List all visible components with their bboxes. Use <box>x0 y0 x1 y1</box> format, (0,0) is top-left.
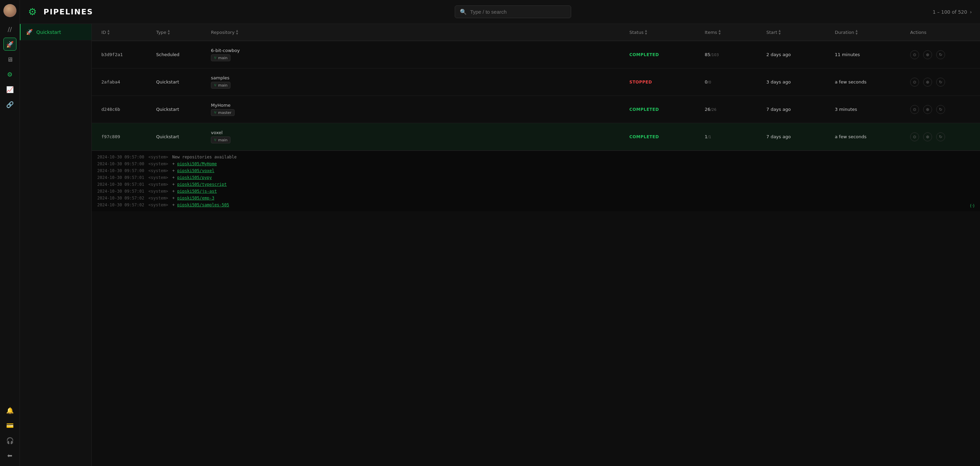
cell-status-0: COMPLETED <box>625 46 701 63</box>
log-time: 2024-10-30 09:57:00 <box>97 155 144 159</box>
th-repository[interactable]: Repository ▲ ▼ <box>207 24 625 41</box>
items-done-0: 85 <box>705 52 711 57</box>
stop-button-2[interactable]: ⊙ <box>910 105 919 114</box>
nav-icon-settings[interactable]: ⚙ <box>3 68 16 81</box>
sort-arrows-items: ▲ ▼ <box>718 29 721 35</box>
search-icon: 🔍 <box>460 9 467 15</box>
th-start[interactable]: Start ▲ ▼ <box>762 24 831 41</box>
log-link[interactable]: pipski505/emp-3 <box>177 196 214 200</box>
nav-icon-billing[interactable]: 💳 <box>3 419 16 432</box>
view-button-1[interactable]: ⊕ <box>923 78 932 87</box>
cell-items-0: 85/103 <box>701 46 762 63</box>
nav-icon-analytics[interactable]: 📈 <box>3 83 16 96</box>
nav-icon-integrations[interactable]: 🔗 <box>3 98 16 111</box>
table-row: d248c6b Quickstart MyHome ⑂ master COMPL… <box>92 96 980 123</box>
th-duration[interactable]: Duration ▲ ▼ <box>831 24 906 41</box>
view-button-2[interactable]: ⊕ <box>923 105 932 114</box>
log-time: 2024-10-30 09:57:00 <box>97 168 144 173</box>
hash-icon: // <box>8 26 12 33</box>
log-link[interactable]: pipski505/MyHome <box>177 162 217 166</box>
avatar[interactable] <box>3 4 16 17</box>
pagination-next[interactable]: › <box>970 9 972 15</box>
log-link[interactable]: pipski505/voxel <box>177 168 214 173</box>
log-message: + pipski505/js-ast <box>172 189 217 193</box>
top-header: ⚙ PIPELINES 🔍 1 – 100 of 520 › <box>20 0 980 24</box>
log-row: 2024-10-30 09:57:00<system>+ pipski505/M… <box>97 160 975 167</box>
stop-button-3[interactable]: ⊙ <box>910 132 919 141</box>
cell-id-3: f97c809 <box>97 128 152 145</box>
th-status-label: Status <box>629 30 643 35</box>
th-type[interactable]: Type ▲ ▼ <box>152 24 207 41</box>
cell-start-2: 7 days ago <box>762 101 831 117</box>
log-message: + pipski505/pypy <box>172 175 212 180</box>
nav-icon-hash[interactable]: // <box>3 22 16 36</box>
th-status[interactable]: Status ▲ ▼ <box>625 24 701 41</box>
cell-repo-1: samples ⑂ main <box>207 70 625 94</box>
left-panel-item-quickstart[interactable]: 🚀 Quickstart <box>20 24 91 40</box>
view-button-3[interactable]: ⊕ <box>923 132 932 141</box>
branch-icon-1: ⑂ <box>214 83 216 87</box>
log-time: 2024-10-30 09:57:01 <box>97 189 144 193</box>
table-row: b3d9f2a1 Scheduled 6-bit-cowboy ⑂ main C… <box>92 41 980 68</box>
quickstart-icon: 🚀 <box>26 29 33 35</box>
branch-icon-0: ⑂ <box>214 55 216 60</box>
log-time: 2024-10-30 09:57:01 <box>97 182 144 187</box>
retry-button-3[interactable]: ↻ <box>936 132 945 141</box>
cell-start-0: 2 days ago <box>762 46 831 63</box>
sort-arrows-start: ▲ ▼ <box>779 29 781 35</box>
main-content: ⚙ PIPELINES 🔍 1 – 100 of 520 › 🚀 Quickst… <box>20 0 980 466</box>
cell-type-2: Quickstart <box>152 101 207 117</box>
log-link[interactable]: pipski505/samples-505 <box>177 203 229 207</box>
log-time: 2024-10-30 09:57:01 <box>97 175 144 180</box>
log-message: + pipski505/samples-505 <box>172 203 229 207</box>
log-source: <system> <box>148 182 168 187</box>
cell-id-0: b3d9f2a1 <box>97 46 152 63</box>
log-message: + pipski505/typescript <box>172 182 227 187</box>
status-badge-0: COMPLETED <box>629 52 659 57</box>
log-link[interactable]: pipski505/pypy <box>177 175 212 180</box>
logo-icon: ⚙ <box>28 6 37 17</box>
nav-icon-pipelines[interactable]: 🚀 <box>3 38 16 51</box>
items-total-val-1: 0 <box>709 80 711 84</box>
cell-duration-3: a few seconds <box>831 128 906 145</box>
retry-button-2[interactable]: ↻ <box>936 105 945 114</box>
branch-icon-2: ⑂ <box>214 110 216 115</box>
narrow-sidebar: // 🚀 🖥 ⚙ 📈 🔗 🔔 💳 🎧 ⬅ <box>0 0 20 466</box>
analytics-icon: 📈 <box>6 86 14 93</box>
table-row: 2afaba4 Quickstart samples ⑂ main STOPPE… <box>92 68 980 96</box>
cell-items-2: 26/26 <box>701 101 762 117</box>
th-items-label: Items <box>705 30 717 35</box>
headset-icon: 🎧 <box>6 437 14 444</box>
search-input[interactable] <box>470 9 566 15</box>
retry-button-1[interactable]: ↻ <box>936 78 945 87</box>
items-total-val-3: 1 <box>709 135 711 139</box>
log-row: 2024-10-30 09:57:00<system>New repositor… <box>97 154 975 160</box>
settings-icon: ⚙ <box>7 71 12 78</box>
repo-branch-2: ⑂ master <box>211 109 235 116</box>
nav-icon-monitor[interactable]: 🖥 <box>3 53 16 66</box>
repo-name-0: 6-bit-cowboy <box>211 48 621 53</box>
log-link[interactable]: pipski505/typescript <box>177 182 227 187</box>
retry-button-0[interactable]: ↻ <box>936 50 945 59</box>
log-time: 2024-10-30 09:57:02 <box>97 196 144 200</box>
cell-actions-3: ⊙ ⊕ ↻ <box>906 127 975 147</box>
th-id[interactable]: ID ▲ ▼ <box>97 24 152 41</box>
nav-icon-support[interactable]: 🎧 <box>3 434 16 447</box>
log-link[interactable]: pipski505/js-ast <box>177 189 217 193</box>
log-row: 2024-10-30 09:57:02<system>+ pipski505/e… <box>97 195 975 201</box>
th-items[interactable]: Items ▲ ▼ <box>701 24 762 41</box>
sort-arrows-id: ▲ ▼ <box>108 29 110 35</box>
view-button-0[interactable]: ⊕ <box>923 50 932 59</box>
branch-icon-3: ⑂ <box>214 138 216 142</box>
table-row-expanded: f97c809 Quickstart voxel ⑂ main COMPLETE… <box>92 123 980 151</box>
log-row: 2024-10-30 09:57:01<system>+ pipski505/j… <box>97 188 975 195</box>
log-time: 2024-10-30 09:57:00 <box>97 162 144 166</box>
log-source: <system> <box>148 196 168 200</box>
nav-icon-logout[interactable]: ⬅ <box>3 449 16 462</box>
status-badge-3: COMPLETED <box>629 135 659 139</box>
stop-button-1[interactable]: ⊙ <box>910 78 919 87</box>
items-total-val-0: 103 <box>711 53 719 57</box>
stop-button-0[interactable]: ⊙ <box>910 50 919 59</box>
repo-name-3: voxel <box>211 130 621 135</box>
nav-icon-notifications[interactable]: 🔔 <box>3 404 16 417</box>
